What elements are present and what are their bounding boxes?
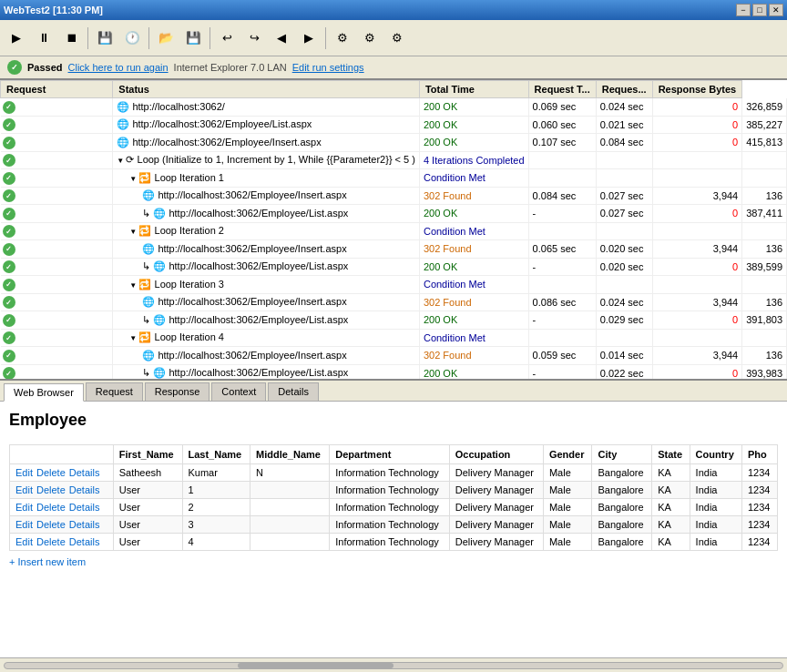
table-row: ✓▼ 🔁 Loop Iteration 4Condition Met	[1, 329, 787, 347]
action-delete[interactable]: Delete	[36, 484, 66, 495]
toolbar-save2-btn[interactable]: 💾	[180, 25, 206, 51]
action-edit[interactable]: Edit	[15, 536, 33, 547]
h-scroll-thumb[interactable]	[238, 663, 394, 668]
tab-request[interactable]: Request	[86, 382, 143, 401]
action-edit[interactable]: Edit	[15, 484, 33, 495]
h-scroll-track[interactable]	[4, 662, 783, 669]
tab-web-browser[interactable]: Web Browser	[4, 383, 84, 402]
table-row: ✓🌐 http://localhost:3062/Employee/Insert…	[1, 134, 787, 152]
last-name: 2	[182, 499, 250, 516]
minimize-button[interactable]: −	[736, 4, 751, 16]
toolbar-settings-btn[interactable]: ⚙	[330, 25, 355, 51]
action-edit[interactable]: Edit	[15, 467, 33, 478]
toolbar-undo-btn[interactable]: ↩	[214, 25, 240, 51]
toolbar-pause-btn[interactable]: ⏸	[31, 25, 56, 51]
city: Bangalore	[592, 464, 652, 482]
city: Bangalore	[592, 516, 652, 534]
toolbar-settings3-btn[interactable]: ⚙	[384, 25, 410, 51]
toolbar-redo-btn[interactable]: ↪	[241, 25, 267, 51]
toolbar-run-btn[interactable]: ▶	[4, 25, 29, 51]
action-details[interactable]: Details	[69, 467, 100, 478]
country: India	[690, 482, 741, 499]
table-row: ✓▼ 🔁 Loop Iteration 3Condition Met	[1, 276, 787, 294]
redirect-icon: ↳	[142, 260, 153, 271]
phone: 1234	[741, 464, 777, 482]
action-details[interactable]: Details	[69, 536, 100, 547]
globe-icon: 🌐	[117, 101, 132, 112]
maximize-button[interactable]: □	[752, 4, 767, 16]
action-edit[interactable]: Edit	[15, 502, 33, 513]
middle-name	[250, 516, 330, 534]
request-status: Condition Met	[419, 329, 528, 347]
check-icon: ✓	[3, 243, 15, 256]
toolbar-forward-btn[interactable]: ▶	[296, 25, 322, 51]
action-delete[interactable]: Delete	[36, 502, 66, 513]
tab-context[interactable]: Context	[211, 382, 266, 401]
request-status: Condition Met	[419, 276, 528, 294]
country: India	[690, 499, 741, 516]
gender: Male	[543, 534, 592, 551]
edit-settings-link[interactable]: Edit run settings	[292, 62, 364, 73]
request-status: 200 OK	[419, 134, 528, 152]
tab-details[interactable]: Details	[268, 382, 319, 401]
action-edit[interactable]: Edit	[15, 519, 33, 530]
table-row: ✓🌐 http://localhost:3062/Employee/Insert…	[1, 293, 787, 311]
check-icon: ✓	[3, 260, 15, 273]
state: KA	[652, 464, 690, 482]
request-time	[596, 151, 652, 169]
action-delete[interactable]: Delete	[36, 536, 66, 547]
occupation: Delivery Manager	[449, 499, 543, 516]
run-again-link[interactable]: Click here to run again	[68, 62, 169, 73]
loop-iter-icon: 🔁	[138, 225, 154, 236]
toolbar-open-btn[interactable]: 📂	[153, 25, 179, 51]
gender: Male	[543, 464, 592, 482]
action-delete[interactable]: Delete	[36, 519, 66, 530]
loop-iter-icon: 🔁	[138, 331, 154, 342]
requests-count: 3,944	[652, 293, 742, 311]
col-actions	[10, 445, 114, 464]
browser-content: Employee First_Name Last_Name Middle_Nam…	[0, 402, 787, 657]
action-details[interactable]: Details	[69, 484, 100, 495]
request-status: Condition Met	[419, 169, 528, 188]
row-actions: EditDeleteDetails	[10, 464, 114, 482]
toolbar-sep-2	[148, 27, 149, 49]
request-url: Loop Iteration 4	[155, 331, 224, 342]
action-details[interactable]: Details	[69, 519, 100, 530]
horizontal-scrollbar[interactable]	[0, 657, 787, 672]
response-bytes	[742, 276, 787, 294]
toolbar-clock-btn[interactable]: 🕐	[119, 25, 145, 51]
row-actions: EditDeleteDetails	[10, 482, 114, 499]
col-lastname: Last_Name	[182, 445, 250, 464]
table-row: ✓▼ 🔁 Loop Iteration 2Condition Met	[1, 222, 787, 240]
toolbar-back-btn[interactable]: ◀	[269, 25, 294, 51]
col-phone: Pho	[741, 445, 777, 464]
action-details[interactable]: Details	[69, 502, 100, 513]
loop-icon: ⟳	[126, 154, 137, 165]
requests-count: 3,944	[652, 187, 742, 205]
toolbar-save-btn[interactable]: 💾	[92, 25, 118, 51]
response-bytes: 385,227	[742, 116, 787, 134]
loop-iter-icon: 🔁	[138, 172, 154, 183]
toolbar-settings2-btn[interactable]: ⚙	[357, 25, 383, 51]
tab-response[interactable]: Response	[145, 382, 210, 401]
close-button[interactable]: ✕	[769, 4, 783, 16]
page-title: Employee	[9, 411, 778, 430]
insert-new-item[interactable]: + Insert new item	[9, 551, 778, 573]
col-state: State	[652, 445, 690, 464]
gender: Male	[543, 516, 592, 534]
toolbar-stop-btn[interactable]: ⏹	[58, 25, 84, 51]
list-item: EditDeleteDetailsUser2Information Techno…	[10, 499, 778, 516]
request-status: 4 Iterations Completed	[419, 151, 528, 169]
requests-count: 0	[652, 116, 742, 134]
tabs-bar: Web Browser Request Response Context Det…	[0, 381, 787, 402]
request-url: Loop Iteration 2	[155, 225, 224, 236]
bottom-panel: Web Browser Request Response Context Det…	[0, 381, 787, 672]
city: Bangalore	[592, 499, 652, 516]
action-delete[interactable]: Delete	[36, 467, 66, 478]
col-city: City	[592, 445, 652, 464]
table-row: ✓↳ 🌐 http://localhost:3062/Employee/List…	[1, 205, 787, 223]
check-icon: ✓	[3, 350, 15, 362]
col-middlename: Middle_Name	[250, 445, 330, 464]
requests-count	[652, 329, 742, 347]
check-icon: ✓	[3, 118, 15, 131]
